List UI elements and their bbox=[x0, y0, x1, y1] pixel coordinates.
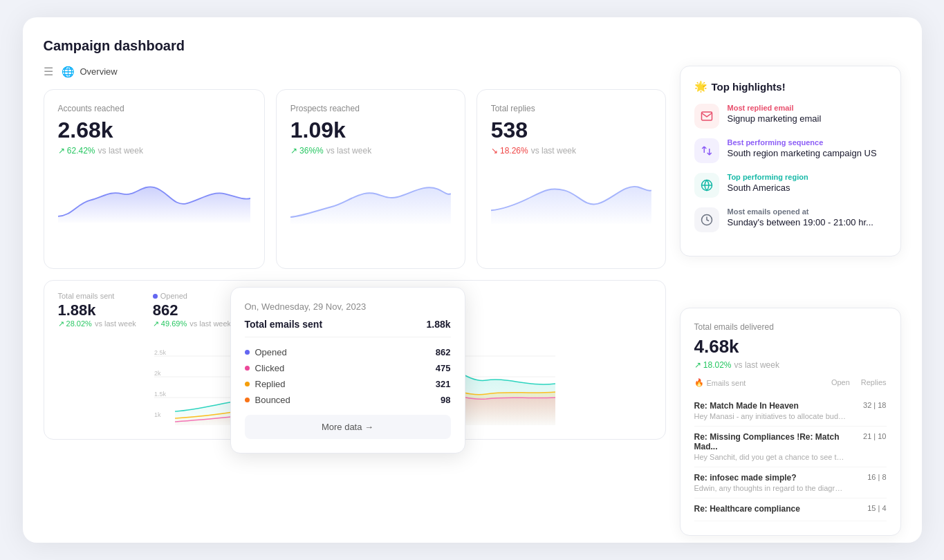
popup-replied-label: Replied bbox=[255, 379, 286, 389]
delivered-label: Total emails delivered bbox=[694, 322, 887, 332]
email-preview-1: Hey Sanchit, did you get a chance to see… bbox=[694, 453, 846, 461]
highlight-icon-region bbox=[694, 173, 719, 198]
popup-total-value: 1.88k bbox=[426, 319, 450, 330]
popup-bounced-val: 98 bbox=[441, 395, 450, 405]
email-subject-1: Re: Missing Compliances !Re: Match Mad..… bbox=[694, 432, 864, 451]
email-stats-2: 16 | 8 bbox=[867, 473, 886, 481]
popup-opened-label: Opened bbox=[255, 347, 287, 357]
popup-replied-val: 321 bbox=[436, 379, 451, 389]
highlight-name-1: South region marketing campaign US bbox=[728, 148, 877, 158]
highlight-icon-time bbox=[694, 207, 719, 232]
popup-item-replied: Replied 321 bbox=[245, 379, 451, 389]
email-preview-0: Hey Manasi - any initiatives to allocate… bbox=[694, 412, 846, 420]
email-row-0[interactable]: Re: Match Made In Heaven Hey Manasi - an… bbox=[694, 395, 887, 427]
delivered-card: Total emails delivered 4.68k 18.02%vs la… bbox=[680, 308, 901, 536]
highlight-item-0: Most replied email Signup marketing emai… bbox=[694, 104, 887, 129]
popup-bounced-label: Bounced bbox=[255, 395, 290, 405]
opened-dot bbox=[153, 294, 158, 299]
overview-label[interactable]: Overview bbox=[80, 66, 118, 77]
dashboard-title: Campaign dashboard bbox=[44, 38, 901, 54]
prospects-label: Prospects reached bbox=[290, 104, 451, 113]
popup-date: On, Wednesday, 29 Nov, 2023 bbox=[245, 301, 451, 312]
email-stats-0: 32 | 18 bbox=[863, 401, 886, 409]
opened-change: 49.69%vs last week bbox=[153, 319, 231, 328]
highlight-icon-replied bbox=[694, 104, 719, 129]
prospects-card: Prospects reached 1.09k 36%%vs last week bbox=[276, 89, 465, 269]
popup-item-opened: Opened 862 bbox=[245, 347, 451, 357]
svg-text:1k: 1k bbox=[154, 411, 161, 418]
more-data-button[interactable]: More data → bbox=[245, 415, 451, 439]
popup-clicked-label: Clicked bbox=[255, 363, 285, 373]
fire-icon: 🔥 bbox=[694, 378, 704, 387]
email-list: Re: Match Made In Heaven Hey Manasi - an… bbox=[694, 395, 887, 521]
popup-bounced-dot bbox=[245, 398, 250, 402]
highlights-card: 🌟 Top highlights! Most replied email Sig… bbox=[680, 66, 901, 256]
star-emoji: 🌟 bbox=[694, 80, 707, 93]
total-sent-label: Total emails sent bbox=[58, 292, 115, 300]
stat-total-sent: Total emails sent 1.88k 28.02%vs last we… bbox=[58, 292, 136, 328]
popup-opened-dot bbox=[245, 350, 250, 355]
email-row-3[interactable]: Re: Healthcare compliance 15 | 4 bbox=[694, 498, 887, 521]
popup-clicked-dot bbox=[245, 366, 250, 371]
highlight-name-2: South Americas bbox=[728, 183, 808, 193]
replies-change: 18.26%vs last week bbox=[491, 146, 651, 156]
total-sent-change: 28.02%vs last week bbox=[58, 319, 136, 328]
replies-value: 538 bbox=[491, 118, 651, 143]
email-row-2[interactable]: Re: infosec made simple? Edwin, any thou… bbox=[694, 467, 887, 498]
prospects-chart bbox=[290, 169, 451, 225]
svg-text:2k: 2k bbox=[154, 370, 161, 377]
email-preview-2: Edwin, any thoughts in regard to the dia… bbox=[694, 484, 846, 492]
popup-total-row: Total emails sent 1.88k bbox=[245, 319, 451, 337]
accounts-change: 62.42%vs last week bbox=[58, 146, 250, 156]
prospects-change: 36%%vs last week bbox=[290, 146, 451, 156]
replies-chart bbox=[491, 169, 651, 225]
email-row-1[interactable]: Re: Missing Compliances !Re: Match Mad..… bbox=[694, 427, 887, 467]
total-sent-value: 1.88k bbox=[58, 301, 136, 319]
emails-sent-label: Emails sent bbox=[707, 379, 746, 387]
popup-item-clicked: Clicked 475 bbox=[245, 363, 451, 373]
globe-icon: 🌐 bbox=[62, 66, 75, 78]
accounts-label: Accounts reached bbox=[58, 104, 250, 113]
accounts-value: 2.68k bbox=[58, 118, 250, 143]
popup-opened-val: 862 bbox=[436, 347, 451, 357]
delivered-change: 18.02%vs last week bbox=[694, 360, 887, 370]
top-cards-row: Accounts reached 2.68k 62.42%vs last wee… bbox=[44, 89, 666, 269]
replies-label: Total replies bbox=[491, 104, 651, 113]
popup-replied-dot bbox=[245, 382, 250, 386]
popup-card: On, Wednesday, 29 Nov, 2023 Total emails… bbox=[230, 287, 465, 454]
stat-opened: Opened 862 49.69%vs last week bbox=[153, 292, 231, 328]
opened-label: Opened bbox=[160, 292, 187, 300]
popup-total-label: Total emails sent bbox=[245, 319, 323, 330]
opened-value: 862 bbox=[153, 301, 231, 319]
highlight-item-2: Top performing region South Americas bbox=[694, 173, 887, 198]
highlight-icon-sequence bbox=[694, 138, 719, 163]
col-replies-header: Replies bbox=[861, 378, 887, 387]
highlight-item-3: Most emails opened at Sunday's between 1… bbox=[694, 207, 887, 232]
email-subject-3: Re: Healthcare compliance bbox=[694, 504, 800, 514]
accounts-chart bbox=[58, 169, 250, 225]
hamburger-icon[interactable]: ☰ bbox=[44, 65, 53, 78]
col-open-header: Open bbox=[831, 378, 850, 387]
highlight-name-0: Signup marketing email bbox=[728, 113, 822, 124]
highlight-item-1: Best performing sequence South region ma… bbox=[694, 138, 887, 163]
email-subject-2: Re: infosec made simple? bbox=[694, 473, 846, 483]
prospects-value: 1.09k bbox=[290, 118, 451, 143]
email-stats-3: 15 | 4 bbox=[867, 504, 886, 512]
replies-card: Total replies 538 18.26%vs last week bbox=[476, 89, 666, 269]
popup-item-bounced: Bounced 98 bbox=[245, 395, 451, 405]
email-list-header: 🔥 Emails sent Open Replies bbox=[694, 378, 887, 390]
email-subject-0: Re: Match Made In Heaven bbox=[694, 401, 846, 411]
highlight-cat-3: Most emails opened at bbox=[728, 207, 873, 216]
highlight-cat-0: Most replied email bbox=[728, 104, 822, 112]
highlights-title: 🌟 Top highlights! bbox=[694, 80, 887, 93]
svg-text:1.5k: 1.5k bbox=[154, 391, 167, 398]
accounts-card: Accounts reached 2.68k 62.42%vs last wee… bbox=[44, 89, 265, 269]
delivered-value: 4.68k bbox=[694, 336, 887, 357]
email-stats-1: 21 | 10 bbox=[863, 432, 886, 440]
highlight-cat-2: Top performing region bbox=[728, 173, 808, 181]
svg-text:2.5k: 2.5k bbox=[154, 349, 167, 356]
dashboard-container: Campaign dashboard ☰ 🌐 Overview Accounts… bbox=[23, 17, 922, 543]
highlight-name-3: Sunday's between 19:00 - 21:00 hr... bbox=[728, 217, 873, 227]
popup-clicked-val: 475 bbox=[436, 363, 451, 373]
highlight-cat-1: Best performing sequence bbox=[728, 138, 877, 147]
